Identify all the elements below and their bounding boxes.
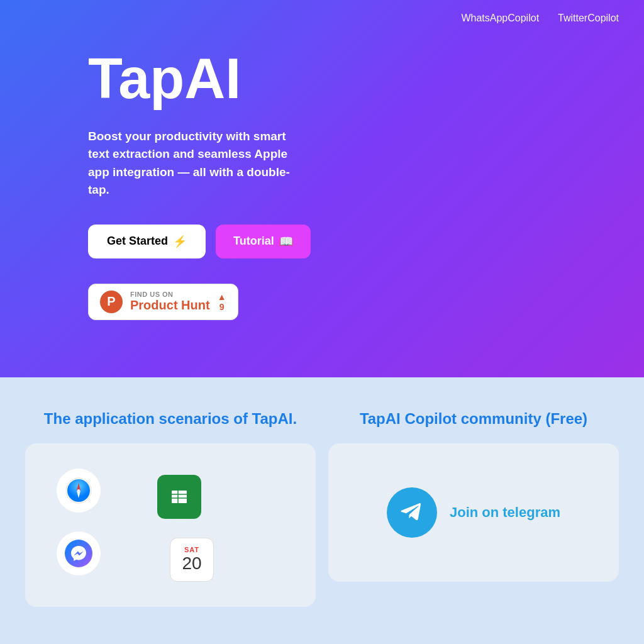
safari-icon	[57, 469, 101, 513]
get-started-button[interactable]: Get Started ⚡	[88, 225, 206, 258]
book-icon: 📖	[279, 235, 293, 248]
telegram-svg	[397, 498, 426, 527]
hero-buttons: Get Started ⚡ Tutorial 📖	[88, 225, 556, 258]
product-hunt-text: FIND US ON Product Hunt	[130, 291, 210, 313]
messenger-svg	[69, 544, 88, 563]
whatsapp-copilot-link[interactable]: WhatsAppCopilot	[461, 13, 539, 24]
upvote-arrow-icon: ▲	[218, 292, 226, 302]
lightning-icon: ⚡	[173, 235, 187, 248]
find-us-label: FIND US ON	[130, 291, 210, 298]
product-hunt-name: Product Hunt	[130, 298, 210, 313]
join-telegram-text: Join on telegram	[450, 504, 560, 521]
get-started-label: Get Started	[107, 235, 168, 248]
product-hunt-badge[interactable]: P FIND US ON Product Hunt ▲ 9	[88, 284, 238, 320]
hero-title: TapAI	[88, 49, 556, 109]
google-sheets-icon	[157, 475, 201, 519]
tutorial-label: Tutorial	[233, 235, 274, 248]
community-card[interactable]: Join on telegram	[328, 443, 619, 582]
hero-subtitle: Boost your productivity with smart text …	[88, 128, 302, 199]
bottom-section: The application scenarios of TapAI.	[0, 377, 644, 644]
calendar-date-display: SAT 20	[182, 546, 201, 574]
right-section: TapAI Copilot community (Free) Join on t…	[328, 409, 619, 607]
app-scenarios-card: SAT 20	[25, 443, 316, 607]
hero-section: WhatsAppCopilot TwitterCopilot TapAI Boo…	[0, 0, 644, 377]
app-icons-container: SAT 20	[44, 462, 297, 588]
messenger-icon	[57, 531, 101, 575]
left-section: The application scenarios of TapAI.	[25, 409, 316, 607]
hero-content: TapAI Boost your productivity with smart…	[0, 36, 644, 258]
svg-rect-7	[172, 491, 187, 503]
sheets-svg	[167, 484, 192, 509]
twitter-copilot-link[interactable]: TwitterCopilot	[558, 13, 619, 24]
messenger-gradient	[65, 540, 92, 567]
product-hunt-votes: ▲ 9	[218, 292, 226, 312]
calendar-day: SAT	[182, 546, 201, 553]
vote-count: 9	[219, 302, 225, 312]
navbar: WhatsAppCopilot TwitterCopilot	[0, 0, 644, 36]
right-section-title: TapAI Copilot community (Free)	[328, 409, 619, 428]
left-section-title: The application scenarios of TapAI.	[25, 409, 316, 428]
tutorial-button[interactable]: Tutorial 📖	[216, 225, 311, 258]
bottom-grid: The application scenarios of TapAI.	[25, 409, 619, 607]
product-hunt-logo: P	[100, 291, 123, 313]
svg-point-5	[77, 489, 80, 492]
telegram-icon	[387, 487, 437, 538]
calendar-date-num: 20	[182, 553, 201, 574]
calendar-icon: SAT 20	[170, 538, 214, 582]
safari-compass-svg	[65, 477, 92, 504]
